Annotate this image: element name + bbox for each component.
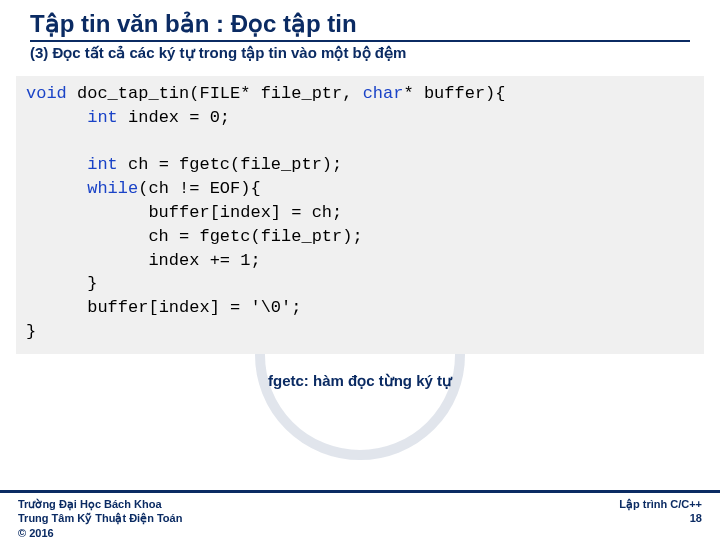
code-l4: ch = fgetc(file_ptr); [118, 155, 342, 174]
footer-copyright: © 2016 [18, 526, 182, 540]
keyword-while: while [87, 179, 138, 198]
code-l8: index += 1; [148, 251, 260, 270]
slide-subtitle: (3) Đọc tất cả các ký tự trong tập tin v… [30, 44, 690, 62]
code-sig1: doc_tap_tin(FILE* file_ptr, [67, 84, 363, 103]
code-l7: ch = fgetc(file_ptr); [148, 227, 362, 246]
slide-content: Tập tin văn bản : Đọc tập tin (3) Đọc tấ… [0, 0, 720, 390]
code-l5: (ch != EOF){ [138, 179, 260, 198]
keyword-void: void [26, 84, 67, 103]
slide-title: Tập tin văn bản : Đọc tập tin [30, 10, 690, 42]
footer-right: Lập trình C/C++ 18 [619, 497, 702, 526]
footer-page: 18 [619, 511, 702, 525]
code-block: void doc_tap_tin(FILE* file_ptr, char* b… [16, 76, 704, 354]
footer-org2: Trung Tâm Kỹ Thuật Điện Toán [18, 511, 182, 525]
code-l2: index = 0; [118, 108, 230, 127]
slide-footer: Trường Đại Học Bách Khoa Trung Tâm Kỹ Th… [0, 490, 720, 540]
keyword-char: char [363, 84, 404, 103]
footer-left: Trường Đại Học Bách Khoa Trung Tâm Kỹ Th… [18, 497, 182, 540]
code-l9: } [87, 274, 97, 293]
keyword-int1: int [87, 108, 118, 127]
code-l6: buffer[index] = ch; [148, 203, 342, 222]
code-l11: } [26, 322, 36, 341]
footer-course: Lập trình C/C++ [619, 497, 702, 511]
code-sig2: * buffer){ [403, 84, 505, 103]
note-text: fgetc: hàm đọc từng ký tự [30, 372, 690, 390]
footer-org1: Trường Đại Học Bách Khoa [18, 497, 182, 511]
code-l10: buffer[index] = '\0'; [87, 298, 301, 317]
keyword-int2: int [87, 155, 118, 174]
